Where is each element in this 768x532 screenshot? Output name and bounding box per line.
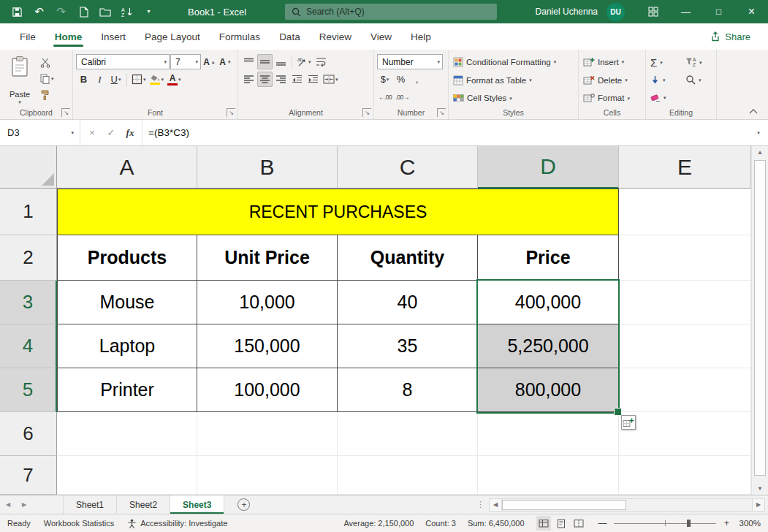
collapse-ribbon-button[interactable]	[746, 106, 761, 116]
font-color-button[interactable]: A ▾	[166, 72, 183, 87]
paste-button[interactable]: Paste▾	[3, 52, 37, 106]
borders-button[interactable]: ▾	[130, 72, 148, 87]
cell-C2[interactable]: Quantity	[338, 235, 478, 281]
name-box[interactable]: D3 ▾	[0, 120, 80, 145]
insert-function-button[interactable]: fx	[121, 124, 139, 142]
tab-help[interactable]: Help	[401, 23, 441, 50]
align-center-button[interactable]	[257, 72, 273, 87]
format-painter-button[interactable]	[39, 88, 56, 102]
autofill-options-button[interactable]	[621, 415, 636, 430]
cell-A6[interactable]	[57, 412, 197, 456]
cell-C5[interactable]: 8	[338, 368, 478, 412]
fill-button[interactable]: ▾	[649, 72, 684, 88]
ribbon-display-options-button[interactable]	[636, 0, 669, 23]
share-button[interactable]: Share	[710, 31, 750, 42]
cell-D2[interactable]: Price	[478, 235, 619, 281]
bold-button[interactable]: B	[76, 72, 91, 87]
percent-style-button[interactable]: %	[393, 72, 408, 87]
row-header-5[interactable]: 5	[0, 368, 57, 412]
cell-E2[interactable]	[619, 235, 751, 281]
cell-D5[interactable]: 800,000	[478, 368, 619, 412]
cut-button[interactable]	[39, 56, 56, 69]
cell-C7[interactable]	[338, 456, 478, 495]
cell-C4[interactable]: 35	[338, 324, 478, 368]
previous-sheet-button[interactable]: ◀	[0, 495, 16, 514]
align-left-button[interactable]	[241, 72, 256, 87]
scroll-up-button[interactable]: ▲	[752, 146, 768, 159]
cell-E4[interactable]	[619, 324, 751, 368]
sheet-tab-sheet2[interactable]: Sheet2	[117, 495, 170, 514]
merge-center-button[interactable]: ▾	[322, 72, 340, 87]
zoom-out-button[interactable]: —	[598, 518, 608, 528]
grow-font-button[interactable]: A▲	[202, 54, 217, 69]
scroll-down-button[interactable]: ▼	[752, 482, 768, 495]
increase-indent-button[interactable]	[305, 72, 321, 87]
number-dialog-launcher[interactable]: ↘	[437, 108, 446, 117]
alignment-dialog-launcher[interactable]: ↘	[362, 108, 371, 117]
maximize-button[interactable]: □	[702, 0, 735, 23]
expand-formula-bar-button[interactable]: ▾	[749, 120, 768, 145]
sheet-tab-sheet3[interactable]: Sheet3	[170, 495, 224, 514]
user-name[interactable]: Daniel Uchenna	[536, 7, 598, 17]
clipboard-dialog-launcher[interactable]: ↘	[61, 108, 70, 117]
avatar[interactable]: DU	[607, 3, 625, 21]
cell-B6[interactable]	[197, 412, 338, 456]
copy-button[interactable]: ▾	[39, 72, 56, 86]
formula-input[interactable]: =(B3*C3)	[142, 120, 749, 145]
decrease-indent-button[interactable]	[289, 72, 305, 87]
minimize-button[interactable]: —	[669, 0, 702, 23]
cell-A3[interactable]: Mouse	[57, 281, 197, 324]
scroll-right-button[interactable]: ▶	[752, 498, 765, 512]
redo-button[interactable]: ↷	[51, 2, 71, 22]
cell-B4[interactable]: 150,000	[197, 324, 338, 368]
tab-file[interactable]: File	[10, 23, 45, 50]
undo-button[interactable]: ↶	[29, 2, 49, 22]
column-header-C[interactable]: C	[338, 146, 478, 189]
clear-button[interactable]: ▾	[649, 89, 684, 106]
customize-qat-button[interactable]: ▾	[139, 2, 159, 22]
cell-E3[interactable]	[619, 281, 751, 324]
scroll-left-button[interactable]: ◀	[489, 498, 502, 512]
align-top-button[interactable]	[241, 54, 256, 69]
format-as-table-button[interactable]: Format as Table ▾	[452, 72, 575, 88]
horizontal-scrollbar-track[interactable]	[502, 498, 752, 512]
zoom-level-button[interactable]: 300%	[740, 519, 761, 528]
shrink-font-button[interactable]: A▼	[218, 54, 233, 69]
cell-A1-merged-title[interactable]: RECENT PURCHASES	[57, 189, 619, 235]
font-dialog-launcher[interactable]: ↘	[227, 108, 235, 117]
cell-A5[interactable]: Printer	[57, 368, 197, 412]
accessibility-button[interactable]: Accessibility: Investigate	[127, 519, 227, 528]
page-layout-view-button[interactable]	[554, 516, 569, 531]
open-file-button[interactable]	[95, 2, 115, 22]
find-select-button[interactable]: ▾	[684, 72, 719, 88]
save-button[interactable]	[7, 2, 27, 22]
comma-style-button[interactable]: ,	[409, 72, 425, 87]
row-header-2[interactable]: 2	[0, 235, 57, 281]
delete-cells-button[interactable]: Delete ▾	[582, 72, 642, 88]
zoom-in-button[interactable]: +	[722, 518, 732, 528]
zoom-slider-thumb[interactable]	[687, 520, 691, 527]
row-header-4[interactable]: 4	[0, 324, 57, 368]
tab-splitter-handle[interactable]: ⋮	[472, 495, 489, 514]
cell-D4[interactable]: 5,250,000	[478, 324, 619, 368]
normal-view-button[interactable]	[536, 516, 551, 531]
underline-button[interactable]: U▾	[108, 72, 123, 87]
cell-D6[interactable]	[478, 412, 619, 456]
tab-insert[interactable]: Insert	[91, 23, 135, 50]
cell-B5[interactable]: 100,000	[197, 368, 338, 412]
column-header-E[interactable]: E	[619, 146, 751, 189]
align-middle-button[interactable]	[257, 54, 273, 69]
cell-B7[interactable]	[197, 456, 338, 495]
column-header-A[interactable]: A	[57, 146, 197, 189]
new-file-button[interactable]	[73, 2, 93, 22]
italic-button[interactable]: I	[92, 72, 107, 87]
tab-formulas[interactable]: Formulas	[210, 23, 270, 50]
align-right-button[interactable]	[273, 72, 289, 87]
increase-decimal-button[interactable]: ←.00	[377, 89, 393, 104]
decrease-decimal-button[interactable]: .00→	[394, 89, 410, 104]
cell-E7[interactable]	[619, 456, 751, 495]
cell-A7[interactable]	[57, 456, 197, 495]
tab-view[interactable]: View	[361, 23, 401, 50]
tab-review[interactable]: Review	[310, 23, 361, 50]
select-all-button[interactable]	[0, 146, 57, 189]
